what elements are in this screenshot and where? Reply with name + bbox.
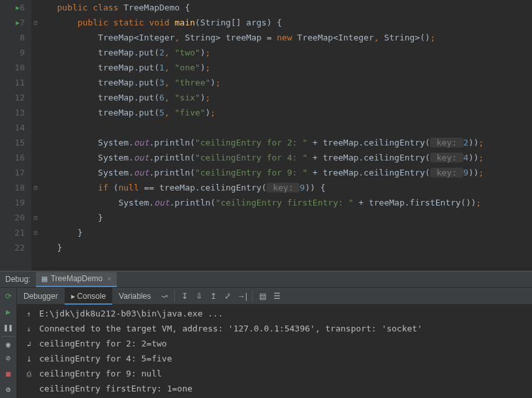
close-icon[interactable]: × (107, 275, 111, 283)
console-line: ceilingEntry for 9: null (39, 366, 528, 381)
debug-label: Debug: (0, 275, 36, 284)
code-line-9[interactable]: treeMap.put(2, "two"); (42, 45, 532, 60)
fold-end-icon[interactable]: ⊟ (31, 225, 40, 240)
code-line-7[interactable]: public static void main(String[] args) { (42, 15, 532, 30)
console-line: ceilingEntry firstEntry: 1=one (39, 381, 528, 396)
code-line-19[interactable]: System.out.println("ceilingEntry firstEn… (42, 195, 532, 210)
console-line: ceilingEntry for 2: 2=two (39, 336, 528, 351)
param-hint: key: (430, 153, 463, 162)
line-number: 12 (14, 90, 29, 105)
line-number: 19 (14, 195, 29, 210)
console-line: Connected to the target VM, address: '12… (39, 321, 528, 336)
code-line-12[interactable]: treeMap.put(6, "six"); (42, 90, 532, 105)
stop-button[interactable]: ■ (1, 367, 16, 381)
console-output[interactable]: ↑ ↓ ↲ ⤓ ⎙ E:\jdk\jdk8u212-b03\bin\java.e… (17, 305, 532, 398)
fold-column: ⊟ ⊟ ⊟ ⊟ (31, 0, 40, 271)
line-number: 6 (20, 0, 29, 15)
drop-frame-icon[interactable]: ⤦ (221, 292, 235, 301)
code-line-22[interactable]: } (42, 240, 532, 255)
code-line-14[interactable] (42, 120, 532, 135)
line-number: 14 (14, 120, 29, 135)
run-to-cursor-icon[interactable]: →| (235, 292, 249, 301)
debugger-tab[interactable]: Debugger (17, 288, 65, 305)
code-editor[interactable]: ▶6 ▶7 8 9 10 11 12 13 14 15 16 17 18 19 … (0, 0, 532, 271)
code-line-13[interactable]: treeMap.put(5, "five"); (42, 105, 532, 120)
debug-header: Debug: ▦ TreeMapDemo × (0, 271, 532, 288)
code-line-16[interactable]: System.out.println("ceilingEntry for 4: … (42, 150, 532, 165)
step-into-icon[interactable]: ↧ (178, 292, 192, 301)
code-line-15[interactable]: System.out.println("ceilingEntry for 2: … (42, 135, 532, 150)
code-line-6[interactable]: public class TreeMapDemo { (42, 0, 532, 15)
more-icon[interactable]: ☰ (270, 292, 284, 301)
debug-side-toolbar: ⟳ ▶ ❚❚ ◉ ⊘ ■ ⚙ (0, 288, 17, 398)
rerun-button[interactable]: ⟳ (1, 289, 16, 303)
up-icon[interactable]: ↑ (22, 307, 35, 320)
line-number: 22 (14, 240, 29, 255)
line-number: 7 (20, 15, 29, 30)
force-step-into-icon[interactable]: ⇩ (192, 292, 206, 301)
code-content[interactable]: public class TreeMapDemo { public static… (40, 0, 532, 271)
resume-button[interactable]: ▶ (1, 305, 16, 319)
code-line-8[interactable]: TreeMap<Integer, String> treeMap = new T… (42, 30, 532, 45)
debug-panel: Debug: ▦ TreeMapDemo × ⟳ ▶ ❚❚ ◉ ⊘ ■ ⚙ De… (0, 271, 532, 398)
console-tab[interactable]: ▸ Console (65, 288, 112, 305)
line-number: 9 (20, 45, 29, 60)
print-icon[interactable]: ⎙ (22, 367, 35, 380)
code-line-11[interactable]: treeMap.put(3, "three"); (42, 75, 532, 90)
line-number: 17 (14, 165, 29, 180)
code-line-10[interactable]: treeMap.put(1, "one"); (42, 60, 532, 75)
console-icon: ▸ (71, 292, 75, 301)
line-number: 21 (14, 225, 29, 240)
console-toolbar: ↑ ↓ ↲ ⤓ ⎙ (21, 306, 37, 397)
variables-tab[interactable]: Variables (112, 288, 157, 305)
view-breakpoints-button[interactable]: ◉ (1, 336, 16, 350)
code-line-17[interactable]: System.out.println("ceilingEntry for 9: … (42, 165, 532, 180)
line-number: 11 (14, 75, 29, 90)
step-out-icon[interactable]: ↥ (206, 292, 221, 301)
debug-config-tab[interactable]: ▦ TreeMapDemo × (36, 272, 117, 287)
param-hint: key: (266, 183, 300, 192)
application-icon: ▦ (41, 275, 48, 283)
line-number: 20 (14, 210, 29, 225)
console-line: ceilingEntry for 4: 5=five (39, 351, 528, 366)
down-icon[interactable]: ↓ (22, 322, 35, 335)
soft-wrap-icon[interactable]: ↲ (22, 337, 35, 350)
line-number: 13 (14, 105, 29, 120)
settings-icon[interactable]: ⚙ (1, 382, 16, 397)
run-class-icon[interactable]: ▶ (16, 0, 20, 15)
evaluate-icon[interactable]: ▤ (255, 292, 270, 301)
param-hint: key: (430, 138, 463, 147)
code-line-21[interactable]: } (42, 225, 532, 240)
run-method-icon[interactable]: ▶ (16, 15, 20, 30)
line-number: 15 (14, 135, 29, 150)
fold-end-icon[interactable]: ⊟ (31, 210, 40, 225)
step-over-icon[interactable]: ⤻ (157, 292, 172, 301)
code-line-18[interactable]: if (null == treeMap.ceilingEntry( key: 9… (42, 180, 532, 195)
line-number: 8 (20, 30, 29, 45)
line-gutter: ▶6 ▶7 8 9 10 11 12 13 14 15 16 17 18 19 … (0, 0, 31, 271)
line-number: 18 (14, 180, 29, 195)
debug-tab-label: TreeMapDemo (51, 274, 103, 283)
param-hint: key: (430, 168, 463, 177)
code-line-20[interactable]: } (42, 210, 532, 225)
scroll-end-icon[interactable]: ⤓ (22, 352, 35, 365)
debug-toolbar: Debugger ▸ Console Variables ⤻ ↧ ⇩ ↥ ⤦ →… (17, 288, 532, 305)
fold-icon[interactable]: ⊟ (31, 15, 40, 30)
fold-icon[interactable]: ⊟ (31, 180, 40, 195)
pause-button[interactable]: ❚❚ (1, 320, 16, 335)
console-line: E:\jdk\jdk8u212-b03\bin\java.exe ... (39, 306, 528, 321)
mute-breakpoints-button[interactable]: ⊘ (1, 351, 16, 365)
line-number: 10 (14, 60, 29, 75)
line-number: 16 (14, 150, 29, 165)
